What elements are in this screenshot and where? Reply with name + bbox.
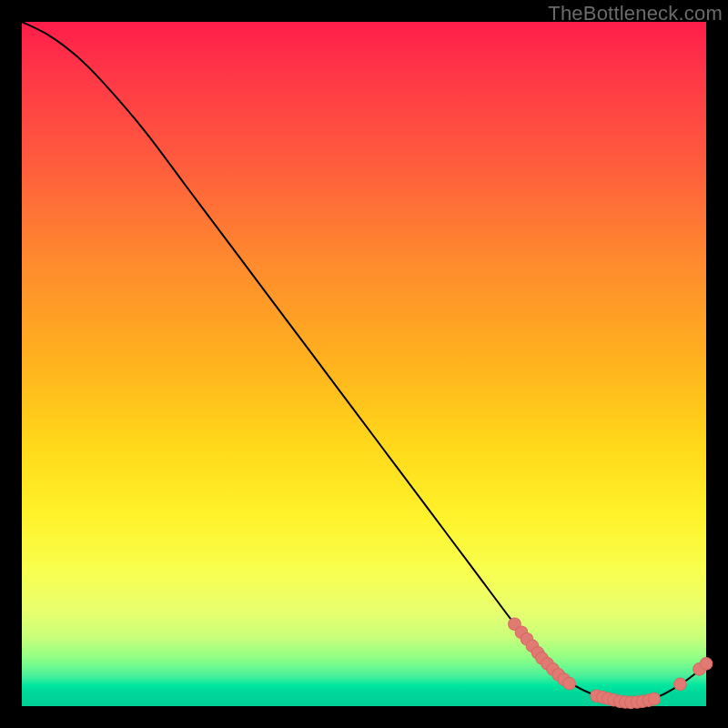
data-marker — [674, 678, 687, 691]
chart-svg — [22, 22, 706, 706]
bottleneck-curve-line — [22, 22, 706, 703]
data-marker — [700, 658, 713, 671]
data-marker — [648, 693, 661, 705]
chart-stage: TheBottleneck.com — [0, 0, 728, 728]
data-marker — [563, 677, 576, 690]
plot-area — [22, 22, 706, 706]
data-markers — [509, 618, 713, 709]
